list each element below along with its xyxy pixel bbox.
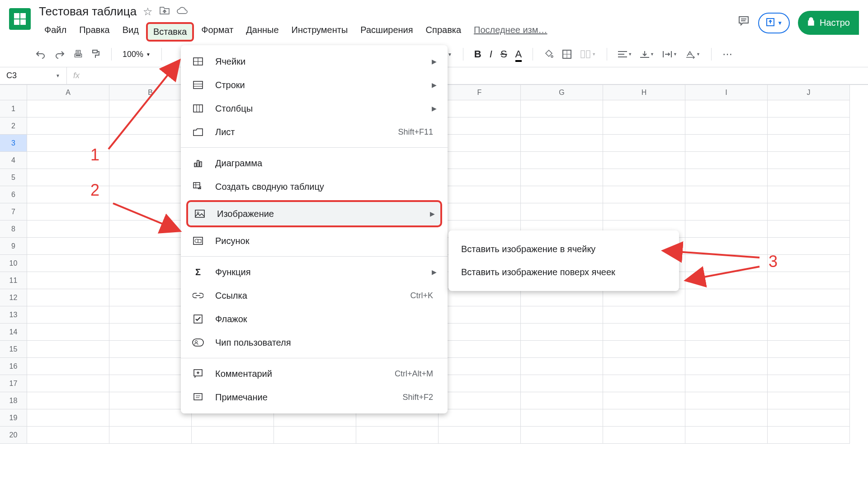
paint-format-icon[interactable] — [91, 49, 100, 59]
grid-cell[interactable] — [109, 409, 192, 427]
insert-image[interactable]: Изображение ▶ — [186, 200, 442, 227]
italic-button[interactable]: I — [490, 48, 492, 60]
grid-cell[interactable] — [439, 169, 521, 186]
undo-icon[interactable] — [35, 50, 46, 59]
row-header[interactable]: 5 — [0, 169, 27, 186]
grid-cell[interactable] — [768, 409, 850, 427]
grid-cell[interactable] — [685, 100, 768, 117]
grid-cell[interactable] — [439, 324, 521, 341]
row-header[interactable]: 12 — [0, 289, 27, 306]
grid-cell[interactable] — [439, 358, 521, 375]
zoom-select[interactable]: 100%▼ — [123, 50, 151, 59]
name-box[interactable]: C3 ▼ — [0, 67, 67, 84]
grid-cell[interactable] — [27, 221, 109, 238]
row-header[interactable]: 4 — [0, 152, 27, 169]
grid-cell[interactable] — [685, 169, 768, 186]
menu-insert[interactable]: Вставка — [146, 22, 194, 42]
grid-cell[interactable] — [109, 324, 192, 341]
grid-cell[interactable] — [27, 289, 109, 306]
row-header[interactable]: 2 — [0, 117, 27, 135]
row-header[interactable]: 11 — [0, 272, 27, 289]
grid-cell[interactable] — [109, 117, 192, 135]
insert-columns[interactable]: Столбцы ▶ — [181, 97, 448, 120]
grid-cell[interactable] — [603, 358, 685, 375]
grid-cell[interactable] — [109, 427, 192, 444]
grid-cell[interactable] — [109, 358, 192, 375]
column-header[interactable]: F — [439, 85, 521, 100]
menu-format[interactable]: Формат — [196, 22, 239, 42]
strikethrough-button[interactable]: S — [500, 48, 507, 60]
grid-cell[interactable] — [439, 289, 521, 306]
settings-button[interactable]: Настро — [798, 11, 859, 35]
grid-cell[interactable] — [109, 272, 192, 289]
menu-data[interactable]: Данные — [241, 22, 284, 42]
grid-cell[interactable] — [109, 238, 192, 255]
text-color-button[interactable]: A — [515, 48, 522, 60]
comments-icon[interactable] — [737, 15, 750, 31]
text-rotation-icon[interactable]: ▼ — [685, 50, 700, 59]
grid-cell[interactable] — [768, 117, 850, 135]
column-header[interactable]: G — [521, 85, 603, 100]
grid-cell[interactable] — [603, 341, 685, 358]
grid-cell[interactable] — [27, 409, 109, 427]
grid-cell[interactable] — [109, 341, 192, 358]
grid-cell[interactable] — [521, 169, 603, 186]
grid-cell[interactable] — [27, 324, 109, 341]
grid-cell[interactable] — [685, 306, 768, 324]
grid-cell[interactable] — [27, 203, 109, 221]
grid-cell[interactable] — [439, 186, 521, 203]
row-header[interactable]: 8 — [0, 221, 27, 238]
grid-cell[interactable] — [521, 117, 603, 135]
grid-cell[interactable] — [685, 255, 768, 272]
grid-cell[interactable] — [768, 255, 850, 272]
grid-cell[interactable] — [685, 135, 768, 152]
grid-cell[interactable] — [439, 135, 521, 152]
grid-cell[interactable] — [685, 117, 768, 135]
grid-cell[interactable] — [27, 135, 109, 152]
grid-cell[interactable] — [356, 427, 439, 444]
grid-cell[interactable] — [109, 135, 192, 152]
grid-cell[interactable] — [109, 100, 192, 117]
grid-cell[interactable] — [603, 186, 685, 203]
grid-cell[interactable] — [768, 358, 850, 375]
grid-cell[interactable] — [27, 392, 109, 409]
grid-cell[interactable] — [768, 324, 850, 341]
grid-cell[interactable] — [768, 100, 850, 117]
image-over-cells[interactable]: Вставить изображение поверх ячеек — [448, 261, 679, 284]
grid-cell[interactable] — [109, 169, 192, 186]
row-header[interactable]: 17 — [0, 375, 27, 392]
grid-cell[interactable] — [521, 427, 603, 444]
grid-cell[interactable] — [521, 152, 603, 169]
row-header[interactable]: 10 — [0, 255, 27, 272]
grid-cell[interactable] — [274, 427, 356, 444]
grid-cell[interactable] — [521, 289, 603, 306]
grid-cell[interactable] — [685, 375, 768, 392]
grid-cell[interactable] — [439, 392, 521, 409]
grid-cell[interactable] — [521, 306, 603, 324]
grid-cell[interactable] — [603, 117, 685, 135]
column-header[interactable]: J — [768, 85, 850, 100]
print-icon[interactable]: 🖶 — [73, 48, 83, 60]
grid-cell[interactable] — [439, 203, 521, 221]
text-wrap-icon[interactable]: ▼ — [662, 50, 677, 58]
insert-chart[interactable]: Диаграмма — [181, 151, 448, 175]
grid-cell[interactable] — [521, 324, 603, 341]
column-header[interactable]: H — [603, 85, 685, 100]
grid-cell[interactable] — [603, 427, 685, 444]
menu-last-edit[interactable]: Последнее изм… — [468, 22, 552, 42]
image-in-cell[interactable]: Вставить изображение в ячейку — [448, 238, 679, 261]
grid-cell[interactable] — [603, 203, 685, 221]
grid-cell[interactable] — [27, 427, 109, 444]
row-header[interactable]: 19 — [0, 409, 27, 427]
insert-pivot-table[interactable]: Создать сводную таблицу — [181, 175, 448, 198]
row-header[interactable]: 14 — [0, 324, 27, 341]
grid-cell[interactable] — [603, 392, 685, 409]
font-size-dropdown-icon[interactable]: ▼ — [448, 52, 452, 57]
select-all-cell[interactable] — [0, 85, 27, 100]
grid-cell[interactable] — [768, 427, 850, 444]
grid-cell[interactable] — [685, 238, 768, 255]
grid-cell[interactable] — [603, 289, 685, 306]
menu-help[interactable]: Справка — [420, 22, 467, 42]
merge-cells-icon[interactable]: ▼ — [580, 50, 596, 59]
grid-cell[interactable] — [439, 306, 521, 324]
